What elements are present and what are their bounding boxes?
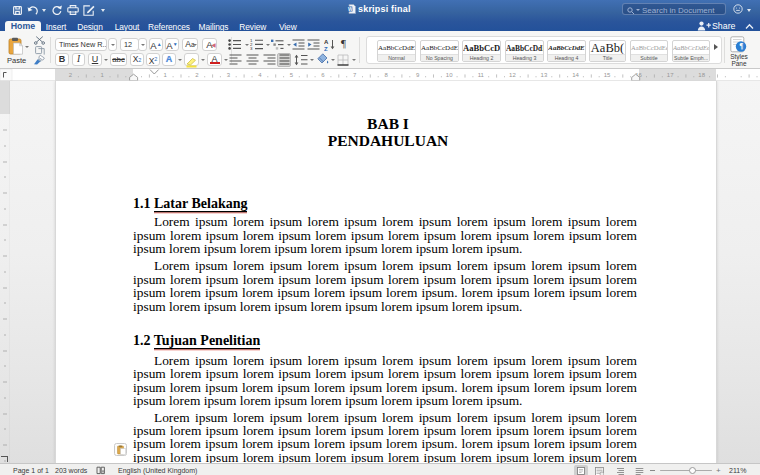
svg-text:12: 12	[509, 72, 516, 78]
svg-text:17: 17	[667, 72, 674, 78]
svg-text:18: 18	[698, 72, 705, 78]
svg-text:¶: ¶	[739, 42, 743, 51]
svg-text:10: 10	[446, 72, 453, 78]
svg-text:Z: Z	[324, 46, 328, 52]
svg-text:13: 13	[541, 72, 548, 78]
svg-text:15: 15	[604, 72, 611, 78]
svg-text:14: 14	[572, 72, 579, 78]
svg-text:11: 11	[478, 72, 485, 78]
svg-text:W: W	[348, 6, 353, 11]
svg-text:A: A	[324, 39, 329, 45]
svg-text:3: 3	[250, 46, 253, 50]
